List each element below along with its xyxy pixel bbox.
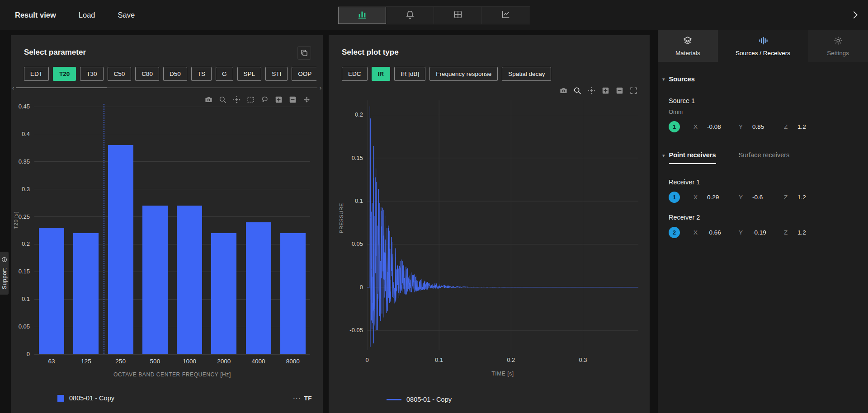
bar-chart-plot-area[interactable]: 00.050.10.150.20.250.30.350.40.456312525… [34, 104, 310, 354]
tab-point-receivers[interactable]: Point receivers [669, 151, 716, 164]
zoom-icon[interactable] [218, 95, 227, 104]
scroll-left-icon[interactable]: ‹ [12, 84, 14, 91]
legend-label[interactable]: 0805-01 - Copy [69, 394, 114, 402]
legend-swatch[interactable] [57, 395, 64, 402]
impulse-response-chart[interactable]: -0.0500.050.10.150.200.10.20.3 PRESSURE … [329, 100, 650, 399]
camera-icon[interactable] [559, 86, 568, 95]
view-mode-tabs [338, 6, 530, 24]
parameter-button-ts[interactable]: TS [191, 67, 212, 81]
bar-chart-ytick: 0.4 [8, 131, 30, 137]
tf-toggle[interactable]: TF [304, 395, 312, 402]
plot-type-button-spatial-decay[interactable]: Spatial decay [502, 67, 551, 81]
tab-grid-view[interactable] [434, 7, 482, 24]
zoom-out-icon[interactable] [288, 95, 297, 104]
parameter-scrollbar[interactable]: ‹ › [12, 85, 321, 90]
parameter-button-oop[interactable]: OOP [292, 67, 316, 81]
menu-result-view[interactable]: Result view [15, 11, 56, 19]
plot-type-button-edc[interactable]: EDC [342, 67, 368, 81]
scrollbar-handle[interactable] [16, 87, 107, 88]
legend-line-swatch[interactable] [387, 399, 401, 400]
source-name: Source 1 [669, 97, 868, 104]
tab-line-plots[interactable] [482, 7, 530, 24]
parameter-button-c80[interactable]: C80 [135, 67, 159, 81]
menu-load[interactable]: Load [79, 11, 95, 19]
ir-xtick: 0.1 [428, 357, 450, 363]
bar-chart-ytick: 0 [8, 351, 30, 357]
parameter-button-sti[interactable]: STI [265, 67, 288, 81]
legend-label[interactable]: 0805-01 - Copy [406, 396, 452, 403]
pan-icon[interactable] [587, 86, 596, 95]
tab-materials[interactable]: Materials [658, 30, 718, 62]
pan-icon[interactable] [232, 95, 241, 104]
bar-chart-x-axis-label: OCTAVE BAND CENTER FREQUENCY [Hz] [34, 371, 310, 378]
sources-section-title: Sources [669, 75, 695, 83]
tab-sources-receivers[interactable]: Sources / Receivers [718, 30, 808, 62]
t20-bar-chart[interactable]: 00.050.10.150.20.250.30.350.40.456312525… [11, 104, 323, 393]
receiver-name: Receiver 2 [669, 214, 868, 221]
zoom-in-icon[interactable] [274, 95, 283, 104]
autoscale-icon[interactable] [302, 95, 311, 104]
parameter-button-t20[interactable]: T20 [53, 67, 76, 81]
bar-chart-ytick: 0.05 [8, 323, 30, 330]
bar-chart-gridline [34, 189, 310, 189]
grid-icon [453, 9, 463, 21]
receiver-index-badge[interactable]: 2 [669, 227, 680, 238]
plot-type-button-ir-db[interactable]: IR [dB] [394, 67, 425, 81]
bar-1000hz[interactable] [177, 206, 202, 354]
parameter-button-c50[interactable]: C50 [108, 67, 132, 81]
parameter-button-g[interactable]: G [216, 67, 233, 81]
expand-right-icon[interactable] [850, 10, 861, 21]
tab-results-charts[interactable] [338, 7, 386, 24]
parameter-button-edt[interactable]: EDT [24, 67, 49, 81]
ir-chart-modebar [559, 86, 638, 95]
scrollbar-track[interactable] [16, 87, 317, 88]
zoom-icon-active[interactable] [573, 86, 582, 95]
bar-chart-icon [357, 9, 367, 21]
bar-chart-gridline [34, 161, 310, 162]
bar-250hz[interactable] [108, 145, 133, 354]
ir-ytick: -0.05 [339, 327, 363, 333]
camera-icon[interactable] [204, 95, 213, 104]
more-options-icon[interactable]: ⋯ [293, 394, 301, 403]
bar-500hz[interactable] [142, 206, 168, 354]
bar-63hz[interactable] [39, 228, 64, 354]
tab-alerts[interactable] [386, 7, 434, 24]
source-x-value: -0.08 [707, 123, 739, 130]
reset-axes-icon[interactable] [629, 86, 638, 95]
lasso-select-icon[interactable] [260, 95, 269, 104]
tab-settings[interactable]: Settings [808, 30, 868, 62]
support-tab[interactable]: Support [0, 252, 9, 295]
bar-chart-gridline [34, 134, 310, 134]
copy-report-icon[interactable] [297, 46, 311, 60]
receiver-index-badge[interactable]: 1 [669, 192, 680, 203]
bar-chart-legend: 0805-01 - Copy ⋯ TF [11, 394, 323, 402]
menu-save[interactable]: Save [118, 11, 135, 19]
scroll-right-icon[interactable]: › [320, 84, 321, 91]
plot-type-panel: Select plot type EDCIRIR [dB]Frequency r… [329, 35, 650, 413]
right-sidebar: Materials Sources / Receivers Settings ▾… [658, 30, 868, 413]
main-menu: Result view Load Save [0, 11, 135, 19]
parameter-button-t30[interactable]: T30 [80, 67, 103, 81]
tab-materials-label: Materials [675, 50, 700, 56]
ir-plot-area[interactable] [367, 100, 638, 350]
bar-chart-xtick: 250 [107, 358, 134, 365]
sources-section-header[interactable]: ▾ Sources [662, 75, 868, 83]
plot-type-button-frequency-response[interactable]: Frequency response [429, 67, 498, 81]
plot-type-button-ir[interactable]: IR [372, 67, 391, 81]
bar-chart-ytick: 0.1 [8, 296, 30, 302]
bar-2000hz[interactable] [211, 233, 236, 354]
bar-8000hz[interactable] [280, 233, 306, 354]
box-select-icon[interactable] [246, 95, 255, 104]
bar-4000hz[interactable] [246, 222, 271, 354]
zoom-out-icon[interactable] [615, 86, 624, 95]
bar-chart-xtick: 4000 [245, 358, 272, 365]
parameter-button-spl[interactable]: SPL [237, 67, 262, 81]
parameter-button-d50[interactable]: D50 [163, 67, 187, 81]
zoom-in-icon[interactable] [601, 86, 610, 95]
sources-receivers-icon [758, 36, 768, 47]
source-index-badge[interactable]: 1 [669, 121, 680, 132]
tab-surface-receivers[interactable]: Surface receivers [739, 151, 790, 159]
bar-125hz[interactable] [73, 233, 99, 354]
parameter-buttons: EDTT20T30C50C80D50TSGSPLSTIOOP [24, 67, 316, 81]
top-bar: Result view Load Save [0, 0, 868, 30]
